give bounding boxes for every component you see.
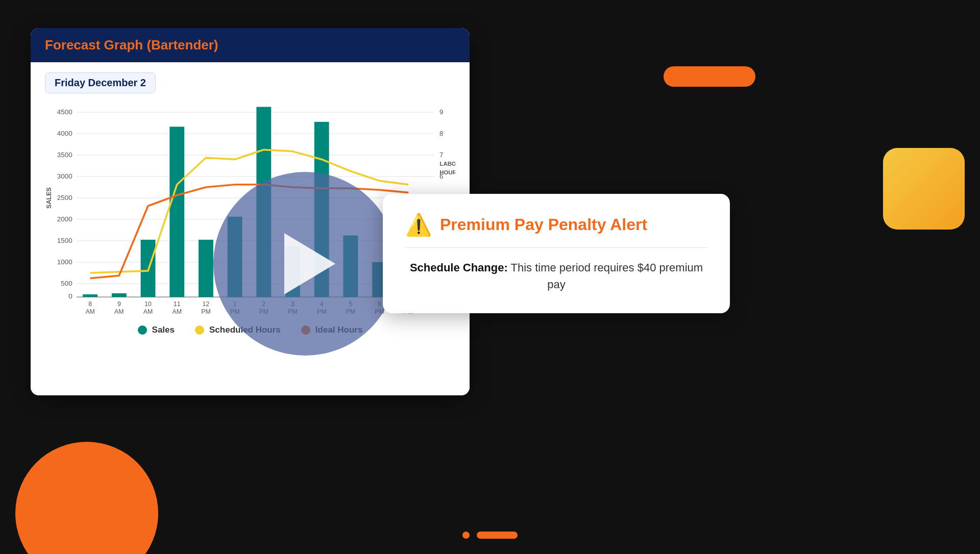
forecast-card-title: Forecast Graph (Bartender) <box>45 37 455 53</box>
svg-text:PM: PM <box>201 308 211 315</box>
pagination-dots <box>462 532 518 539</box>
svg-text:2000: 2000 <box>57 215 72 223</box>
svg-text:500: 500 <box>61 280 72 287</box>
svg-text:3500: 3500 <box>57 151 72 159</box>
svg-text:AM: AM <box>85 308 95 315</box>
alert-card-body: Schedule Change: This time period requir… <box>405 259 707 293</box>
svg-text:HOURS: HOURS <box>439 169 455 175</box>
svg-text:SALES: SALES <box>45 187 53 209</box>
svg-text:11: 11 <box>174 300 181 308</box>
svg-text:0: 0 <box>68 292 72 300</box>
legend-label-sales: Sales <box>152 325 175 335</box>
svg-text:9: 9 <box>117 300 121 308</box>
svg-text:12: 12 <box>203 300 210 308</box>
svg-text:4000: 4000 <box>57 130 72 137</box>
alert-card: ⚠️ Premium Pay Penalty Alert Schedule Ch… <box>383 194 730 313</box>
play-icon <box>284 233 335 294</box>
pagination-dot-active[interactable] <box>462 532 470 539</box>
svg-text:4500: 4500 <box>57 108 72 116</box>
orange-pill-decoration <box>664 66 755 87</box>
svg-text:2500: 2500 <box>57 194 72 202</box>
svg-rect-28 <box>112 293 127 297</box>
pagination-pill[interactable] <box>477 532 518 539</box>
svg-text:3000: 3000 <box>57 172 72 180</box>
svg-text:9: 9 <box>439 108 443 116</box>
date-badge: Friday December 2 <box>45 72 156 93</box>
svg-text:LABOR: LABOR <box>440 161 455 167</box>
svg-rect-31 <box>199 240 213 297</box>
alert-title-row: ⚠️ Premium Pay Penalty Alert <box>405 212 707 237</box>
svg-text:7: 7 <box>439 151 443 159</box>
alert-divider <box>405 247 707 248</box>
svg-text:AM: AM <box>143 308 153 315</box>
legend-dot-sales <box>138 325 147 335</box>
svg-rect-27 <box>83 294 97 297</box>
alert-card-title: Premium Pay Penalty Alert <box>440 215 647 234</box>
svg-text:8: 8 <box>439 130 443 137</box>
play-button-overlay[interactable] <box>213 172 397 356</box>
schedule-change-text: This time period requires $40 premium pa… <box>508 261 703 291</box>
svg-rect-30 <box>169 127 184 297</box>
svg-text:1000: 1000 <box>57 258 72 266</box>
svg-text:1500: 1500 <box>57 237 72 244</box>
svg-text:8: 8 <box>88 300 92 308</box>
warning-icon: ⚠️ <box>405 212 432 237</box>
svg-text:AM: AM <box>172 308 182 315</box>
svg-text:10: 10 <box>144 300 152 308</box>
legend-dot-scheduled <box>195 325 204 335</box>
forecast-card-header: Forecast Graph (Bartender) <box>31 28 470 62</box>
svg-text:AM: AM <box>114 308 124 315</box>
schedule-change-label: Schedule Change: <box>410 261 508 274</box>
legend-item-sales: Sales <box>138 325 175 335</box>
gold-square-decoration <box>883 148 965 230</box>
